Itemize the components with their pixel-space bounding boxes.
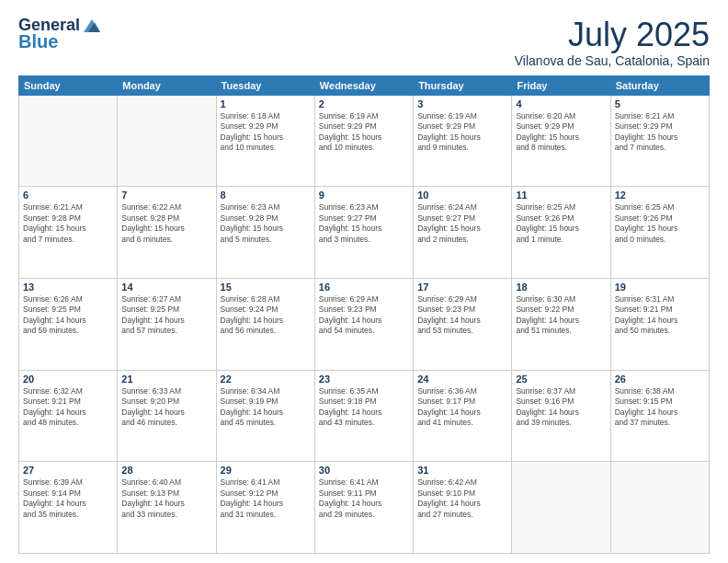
weekday-header: Thursday <box>414 75 512 95</box>
day-number: 3 <box>417 98 507 109</box>
calendar-cell: 4Sunrise: 6:20 AM Sunset: 9:29 PM Daylig… <box>512 95 610 187</box>
calendar-cell: 23Sunrise: 6:35 AM Sunset: 9:18 PM Dayli… <box>314 370 413 462</box>
cell-info: Sunrise: 6:20 AM Sunset: 9:29 PM Dayligh… <box>516 111 606 154</box>
calendar-cell: 19Sunrise: 6:31 AM Sunset: 9:21 PM Dayli… <box>610 278 709 370</box>
calendar-cell: 22Sunrise: 6:34 AM Sunset: 9:19 PM Dayli… <box>216 370 314 462</box>
calendar: SundayMondayTuesdayWednesdayThursdayFrid… <box>18 75 710 554</box>
cell-info: Sunrise: 6:36 AM Sunset: 9:17 PM Dayligh… <box>417 386 507 429</box>
calendar-cell: 10Sunrise: 6:24 AM Sunset: 9:27 PM Dayli… <box>414 187 512 279</box>
calendar-cell: 11Sunrise: 6:25 AM Sunset: 9:26 PM Dayli… <box>512 187 610 279</box>
cell-info: Sunrise: 6:19 AM Sunset: 9:29 PM Dayligh… <box>417 111 507 154</box>
logo-blue: Blue <box>18 31 58 52</box>
calendar-cell: 29Sunrise: 6:41 AM Sunset: 9:12 PM Dayli… <box>216 462 314 554</box>
day-number: 10 <box>417 190 507 201</box>
day-number: 9 <box>319 190 409 201</box>
cell-info: Sunrise: 6:29 AM Sunset: 9:23 PM Dayligh… <box>319 294 409 337</box>
calendar-cell: 18Sunrise: 6:30 AM Sunset: 9:22 PM Dayli… <box>512 278 610 370</box>
calendar-cell: 13Sunrise: 6:26 AM Sunset: 9:25 PM Dayli… <box>19 278 118 370</box>
calendar-cell <box>118 95 216 187</box>
calendar-cell: 17Sunrise: 6:29 AM Sunset: 9:23 PM Dayli… <box>414 278 512 370</box>
day-number: 15 <box>221 282 311 293</box>
day-number: 11 <box>516 190 606 201</box>
weekday-header: Monday <box>118 75 216 95</box>
day-number: 7 <box>121 190 211 201</box>
cell-info: Sunrise: 6:35 AM Sunset: 9:18 PM Dayligh… <box>319 386 409 429</box>
day-number: 1 <box>221 98 311 109</box>
header: General Blue July 2025 Vilanova de Sau, … <box>18 17 710 68</box>
calendar-cell: 2Sunrise: 6:19 AM Sunset: 9:29 PM Daylig… <box>314 95 413 187</box>
cell-info: Sunrise: 6:32 AM Sunset: 9:21 PM Dayligh… <box>23 386 113 429</box>
day-number: 23 <box>319 373 409 385</box>
month-title: July 2025 <box>515 17 710 53</box>
calendar-cell: 25Sunrise: 6:37 AM Sunset: 9:16 PM Dayli… <box>512 370 610 462</box>
calendar-week-row: 1Sunrise: 6:18 AM Sunset: 9:29 PM Daylig… <box>19 95 710 187</box>
calendar-cell: 20Sunrise: 6:32 AM Sunset: 9:21 PM Dayli… <box>19 370 118 462</box>
day-number: 17 <box>417 282 507 293</box>
cell-info: Sunrise: 6:34 AM Sunset: 9:19 PM Dayligh… <box>221 386 311 429</box>
calendar-cell: 8Sunrise: 6:23 AM Sunset: 9:28 PM Daylig… <box>216 187 314 279</box>
cell-info: Sunrise: 6:30 AM Sunset: 9:22 PM Dayligh… <box>516 294 606 337</box>
cell-info: Sunrise: 6:27 AM Sunset: 9:25 PM Dayligh… <box>121 294 211 337</box>
calendar-week-row: 6Sunrise: 6:21 AM Sunset: 9:28 PM Daylig… <box>19 187 710 279</box>
day-number: 31 <box>417 465 507 476</box>
day-number: 24 <box>417 373 507 385</box>
calendar-header-row: SundayMondayTuesdayWednesdayThursdayFrid… <box>19 75 710 95</box>
cell-info: Sunrise: 6:28 AM Sunset: 9:24 PM Dayligh… <box>221 294 311 337</box>
calendar-cell: 16Sunrise: 6:29 AM Sunset: 9:23 PM Dayli… <box>314 278 413 370</box>
location-title: Vilanova de Sau, Catalonia, Spain <box>515 53 710 68</box>
day-number: 13 <box>23 282 113 293</box>
day-number: 8 <box>221 190 311 201</box>
cell-info: Sunrise: 6:29 AM Sunset: 9:23 PM Dayligh… <box>417 294 507 337</box>
day-number: 2 <box>319 98 409 109</box>
day-number: 12 <box>615 190 705 201</box>
cell-info: Sunrise: 6:25 AM Sunset: 9:26 PM Dayligh… <box>516 202 606 245</box>
calendar-cell: 28Sunrise: 6:40 AM Sunset: 9:13 PM Dayli… <box>118 462 216 554</box>
calendar-cell <box>512 462 610 554</box>
cell-info: Sunrise: 6:21 AM Sunset: 9:28 PM Dayligh… <box>23 202 113 245</box>
logo: General Blue <box>18 17 102 52</box>
day-number: 6 <box>23 190 113 201</box>
day-number: 26 <box>615 373 705 385</box>
calendar-cell: 1Sunrise: 6:18 AM Sunset: 9:29 PM Daylig… <box>216 95 314 187</box>
cell-info: Sunrise: 6:23 AM Sunset: 9:27 PM Dayligh… <box>319 202 409 245</box>
cell-info: Sunrise: 6:18 AM Sunset: 9:29 PM Dayligh… <box>221 111 311 154</box>
calendar-week-row: 27Sunrise: 6:39 AM Sunset: 9:14 PM Dayli… <box>19 462 710 554</box>
weekday-header: Wednesday <box>314 75 413 95</box>
cell-info: Sunrise: 6:41 AM Sunset: 9:12 PM Dayligh… <box>221 477 311 520</box>
logo-icon <box>82 17 102 34</box>
cell-info: Sunrise: 6:31 AM Sunset: 9:21 PM Dayligh… <box>615 294 705 337</box>
weekday-header: Saturday <box>610 75 709 95</box>
day-number: 18 <box>516 282 606 293</box>
day-number: 21 <box>121 373 211 385</box>
cell-info: Sunrise: 6:38 AM Sunset: 9:15 PM Dayligh… <box>615 386 705 429</box>
calendar-cell: 3Sunrise: 6:19 AM Sunset: 9:29 PM Daylig… <box>414 95 512 187</box>
day-number: 14 <box>121 282 211 293</box>
cell-info: Sunrise: 6:25 AM Sunset: 9:26 PM Dayligh… <box>615 202 705 245</box>
day-number: 19 <box>615 282 705 293</box>
cell-info: Sunrise: 6:26 AM Sunset: 9:25 PM Dayligh… <box>23 294 113 337</box>
calendar-cell: 5Sunrise: 6:21 AM Sunset: 9:29 PM Daylig… <box>610 95 709 187</box>
weekday-header: Friday <box>512 75 610 95</box>
calendar-cell: 27Sunrise: 6:39 AM Sunset: 9:14 PM Dayli… <box>19 462 118 554</box>
calendar-cell: 12Sunrise: 6:25 AM Sunset: 9:26 PM Dayli… <box>610 187 709 279</box>
weekday-header: Tuesday <box>216 75 314 95</box>
weekday-header: Sunday <box>19 75 118 95</box>
calendar-cell: 14Sunrise: 6:27 AM Sunset: 9:25 PM Dayli… <box>118 278 216 370</box>
calendar-cell <box>19 95 118 187</box>
cell-info: Sunrise: 6:42 AM Sunset: 9:10 PM Dayligh… <box>417 477 507 520</box>
calendar-cell: 31Sunrise: 6:42 AM Sunset: 9:10 PM Dayli… <box>414 462 512 554</box>
cell-info: Sunrise: 6:39 AM Sunset: 9:14 PM Dayligh… <box>23 477 113 520</box>
cell-info: Sunrise: 6:40 AM Sunset: 9:13 PM Dayligh… <box>121 477 211 520</box>
cell-info: Sunrise: 6:41 AM Sunset: 9:11 PM Dayligh… <box>319 477 409 520</box>
title-section: July 2025 Vilanova de Sau, Catalonia, Sp… <box>515 17 710 68</box>
cell-info: Sunrise: 6:37 AM Sunset: 9:16 PM Dayligh… <box>516 386 606 429</box>
page: General Blue July 2025 Vilanova de Sau, … <box>0 0 728 563</box>
calendar-cell: 9Sunrise: 6:23 AM Sunset: 9:27 PM Daylig… <box>314 187 413 279</box>
calendar-cell: 15Sunrise: 6:28 AM Sunset: 9:24 PM Dayli… <box>216 278 314 370</box>
day-number: 20 <box>23 373 113 385</box>
calendar-cell: 6Sunrise: 6:21 AM Sunset: 9:28 PM Daylig… <box>19 187 118 279</box>
day-number: 5 <box>615 98 705 109</box>
day-number: 22 <box>221 373 311 385</box>
calendar-cell: 26Sunrise: 6:38 AM Sunset: 9:15 PM Dayli… <box>610 370 709 462</box>
calendar-cell: 24Sunrise: 6:36 AM Sunset: 9:17 PM Dayli… <box>414 370 512 462</box>
